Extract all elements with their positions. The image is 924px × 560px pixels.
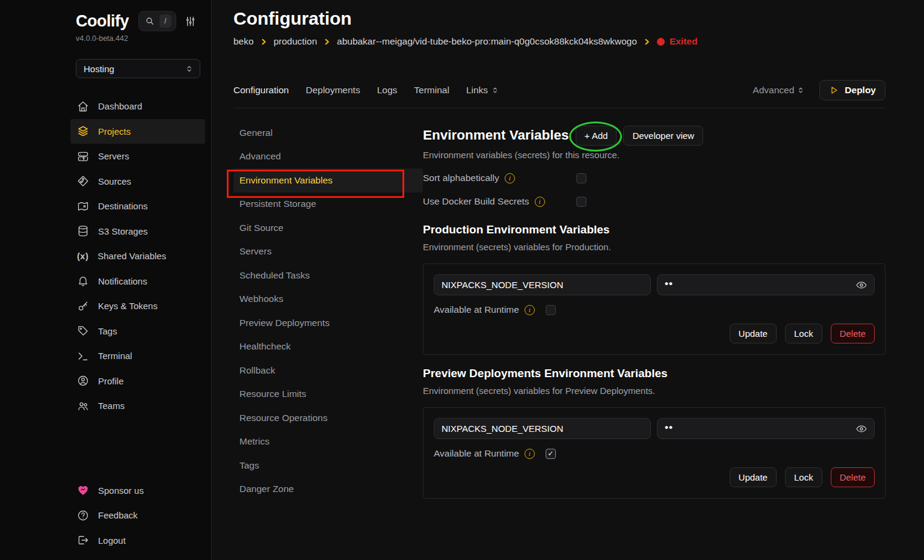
sidebar-item-tags[interactable]: Tags xyxy=(70,319,205,344)
sort-alphabetically-checkbox[interactable] xyxy=(576,173,587,183)
delete-button[interactable]: Delete xyxy=(831,324,875,343)
tab-label: Configuration xyxy=(233,85,289,96)
settings-subnav: General Advanced Environment Variables P… xyxy=(233,121,423,560)
sidebar-item-terminal[interactable]: Terminal xyxy=(70,343,205,369)
lock-button[interactable]: Lock xyxy=(785,324,822,343)
search-button[interactable]: / xyxy=(138,11,176,31)
subnav-label: Environment Variables xyxy=(239,175,333,186)
eye-icon[interactable] xyxy=(855,423,867,435)
chevron-right-icon xyxy=(644,38,650,45)
docker-build-secrets-row: Use Docker Build Secrets i xyxy=(423,195,886,208)
resource-tabbar: Configuration Deployments Logs Terminal … xyxy=(233,72,886,108)
info-icon: i xyxy=(535,197,545,207)
production-section-title: Production Environment Variables xyxy=(423,223,886,239)
app-logo: Coolify xyxy=(76,12,129,31)
subnav-item-preview-deployments[interactable]: Preview Deployments xyxy=(233,311,423,335)
subnav-item-advanced[interactable]: Advanced xyxy=(233,145,423,169)
chevron-right-icon xyxy=(260,38,267,45)
tab-label: Deployments xyxy=(306,85,360,96)
sidebar-item-teams[interactable]: Teams xyxy=(70,393,205,419)
runtime-checkbox[interactable] xyxy=(546,449,556,459)
info-icon: i xyxy=(525,305,535,315)
tab-configuration[interactable]: Configuration xyxy=(233,85,289,96)
sidebar-item-sources[interactable]: Sources xyxy=(70,169,205,194)
bell-icon xyxy=(77,275,89,287)
teams-icon xyxy=(77,400,89,412)
subnav-item-git-source[interactable]: Git Source xyxy=(233,216,423,240)
sidebar-item-shared-variables[interactable]: (x) Shared Variables xyxy=(70,244,205,269)
subnav-item-servers[interactable]: Servers xyxy=(233,240,423,264)
subnav-item-healthcheck[interactable]: Healthcheck xyxy=(233,335,423,359)
variables-icon: (x) xyxy=(77,251,88,261)
sidebar-item-s3-storages[interactable]: S3 Storages xyxy=(70,219,205,244)
update-button[interactable]: Update xyxy=(730,467,777,487)
lock-button[interactable]: Lock xyxy=(785,467,822,487)
sidebar-footer: Sponsor us Feedback Logout xyxy=(70,478,205,553)
subnav-label: Preview Deployments xyxy=(239,318,330,328)
sidebar-item-dashboard[interactable]: Dashboard xyxy=(70,94,205,119)
subnav-item-general[interactable]: General xyxy=(233,121,423,145)
info-icon: i xyxy=(525,449,535,459)
tab-links-dropdown[interactable]: Links xyxy=(466,85,499,96)
variable-name-input[interactable] xyxy=(434,274,651,295)
variable-name-input[interactable] xyxy=(434,418,651,439)
subnav-item-rollback[interactable]: Rollback xyxy=(233,358,423,383)
sidebar-item-profile[interactable]: Profile xyxy=(70,369,205,394)
subnav-item-scheduled-tasks[interactable]: Scheduled Tasks xyxy=(233,263,423,288)
subnav-label: Persistent Storage xyxy=(239,198,316,209)
sidebar-item-label: Notifications xyxy=(98,276,147,286)
toggle-label: Sort alphabetically xyxy=(423,173,499,183)
sidebar-item-sponsor-us[interactable]: Sponsor us xyxy=(70,478,205,503)
subnav-item-metrics[interactable]: Metrics xyxy=(233,430,423,454)
environment-variables-panel: Environment Variables + Add Developer vi… xyxy=(423,121,886,560)
subnav-item-tags[interactable]: Tags xyxy=(233,454,423,478)
team-select[interactable]: Hosting xyxy=(76,59,200,78)
sidebar-item-keys-tokens[interactable]: Keys & Tokens xyxy=(70,294,205,319)
available-at-runtime-row: Available at Runtime i xyxy=(434,448,875,459)
developer-view-button[interactable]: Developer view xyxy=(623,126,703,146)
settings-sliders-icon[interactable] xyxy=(185,16,196,27)
delete-button[interactable]: Delete xyxy=(831,467,875,487)
heart-hands-icon xyxy=(77,484,89,496)
advanced-dropdown[interactable]: Advanced xyxy=(753,85,805,96)
app-window: Coolify / v4.0.0-beta.442 Hosting Dashbo… xyxy=(0,0,924,560)
sidebar-item-label: Keys & Tokens xyxy=(98,301,158,311)
variable-value-input[interactable]: •• xyxy=(657,418,875,439)
tab-deployments[interactable]: Deployments xyxy=(306,85,360,96)
advanced-label: Advanced xyxy=(753,85,794,96)
tab-terminal[interactable]: Terminal xyxy=(414,85,449,96)
sidebar-item-projects[interactable]: Projects xyxy=(70,119,205,144)
sidebar-item-servers[interactable]: Servers xyxy=(70,144,205,169)
chevron-updown-icon xyxy=(796,86,805,94)
subnav-item-danger-zone[interactable]: Danger Zone xyxy=(233,478,423,502)
add-variable-button[interactable]: + Add xyxy=(576,126,617,146)
sidebar-item-label: Dashboard xyxy=(98,101,142,111)
subnav-item-resource-limits[interactable]: Resource Limits xyxy=(233,383,423,407)
subnav-item-resource-operations[interactable]: Resource Operations xyxy=(233,406,423,430)
server-icon xyxy=(77,150,89,162)
sidebar-item-notifications[interactable]: Notifications xyxy=(70,269,205,294)
breadcrumb-resource[interactable]: abubakar--meigag/vid-tube-beko-pro:main-… xyxy=(337,36,637,47)
sidebar-item-label: Sponsor us xyxy=(98,485,144,496)
subnav-label: Servers xyxy=(239,246,271,257)
breadcrumb-environment[interactable]: production xyxy=(274,36,317,47)
runtime-checkbox[interactable] xyxy=(546,305,556,315)
subnav-item-webhooks[interactable]: Webhooks xyxy=(233,288,423,312)
eye-icon[interactable] xyxy=(855,279,867,291)
docker-build-secrets-checkbox[interactable] xyxy=(576,197,587,207)
sidebar-item-logout[interactable]: Logout xyxy=(70,528,205,553)
breadcrumb-project[interactable]: beko xyxy=(233,36,254,47)
update-button[interactable]: Update xyxy=(730,324,777,343)
production-section-subtitle: Environment (secrets) variables for Prod… xyxy=(423,242,886,254)
sidebar-item-feedback[interactable]: Feedback xyxy=(70,503,205,528)
subnav-item-persistent-storage[interactable]: Persistent Storage xyxy=(233,192,423,217)
tab-logs[interactable]: Logs xyxy=(377,85,398,96)
sidebar-item-destinations[interactable]: Destinations xyxy=(70,194,205,219)
sidebar-item-label: Feedback xyxy=(98,510,138,520)
env-variable-card: •• Available at Runtime i Update Lock xyxy=(423,263,886,355)
subnav-label: Advanced xyxy=(239,151,281,162)
variable-value-input[interactable]: •• xyxy=(657,274,875,295)
deploy-button[interactable]: Deploy xyxy=(819,80,886,100)
subnav-item-environment-variables[interactable]: Environment Variables xyxy=(233,168,423,192)
sidebar-item-label: Profile xyxy=(98,376,124,386)
